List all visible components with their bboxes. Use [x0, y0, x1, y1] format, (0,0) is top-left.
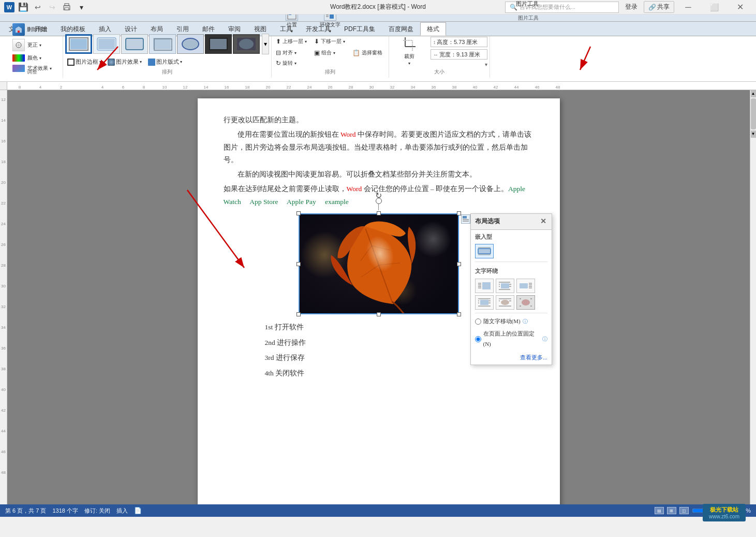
pic-style-7[interactable]	[233, 34, 260, 54]
handle-r[interactable]	[457, 262, 461, 266]
svg-point-71	[522, 299, 530, 306]
handle-br[interactable]	[457, 312, 461, 316]
select-pane-btn[interactable]: 📋 选择窗格	[350, 49, 387, 57]
wrap-opt-6[interactable]	[516, 295, 535, 310]
pic-border-icon	[67, 59, 75, 66]
align-btn[interactable]: ⊟ 对齐 ▾	[274, 49, 310, 57]
view-mode-1[interactable]: ▤	[655, 507, 664, 514]
pic-effect-btn[interactable]: 图片效果 ▾	[106, 57, 144, 66]
handle-l[interactable]	[297, 262, 301, 266]
width-icon: ↔	[433, 52, 438, 57]
height-icon: ↕	[433, 39, 436, 45]
paragraph-2: 使用在需要位置出现的新按钮在 Word 中保存时间。若要更改图片适应文档的方式，…	[224, 128, 534, 166]
art-effect-icon	[12, 65, 25, 72]
correct-btn[interactable]: 更正 ▾	[10, 38, 47, 52]
svg-rect-5	[70, 39, 87, 49]
see-more-link[interactable]: 查看更多...	[471, 351, 552, 365]
doc-icon-status: 📄	[134, 507, 142, 514]
picture-tools-band-label: 图片工具	[518, 14, 539, 22]
handle-t[interactable]	[377, 211, 381, 215]
handle-tl[interactable]	[297, 211, 301, 215]
rotate-handle-area[interactable]: ↻	[376, 198, 382, 210]
inline-opt[interactable]	[475, 244, 494, 258]
radio-fixed-pos[interactable]: 在页面上的位置固定(N) ⓘ	[471, 328, 552, 351]
crop-icon	[401, 35, 418, 52]
pic-effect-icon	[108, 59, 115, 66]
pic-layout-btn[interactable]: 图片版式 ▾	[146, 57, 184, 66]
color-icon	[12, 54, 25, 62]
crop-btn[interactable]: 裁剪 ▾	[391, 35, 427, 66]
size-expand[interactable]: ▾	[431, 62, 487, 67]
pic-style-2[interactable]	[93, 34, 120, 54]
pic-style-1[interactable]	[65, 34, 92, 54]
height-input[interactable]: ↕ 高度：5.73 厘米	[431, 37, 487, 47]
move-forward-btn[interactable]: ⬆ 上移一层 ▾	[274, 37, 310, 46]
picture-styles-group: ▾ 图片边框 ▾ 图片效果 ▾ 图片版	[63, 36, 272, 78]
text-wrap-section-label: 文字环绕	[471, 264, 552, 278]
arrange-group: 位置 ▾ 环绕文字 ▾ ⬆ 上移一层 ▾	[272, 36, 389, 78]
radio-fixed-pos-input[interactable]	[475, 336, 481, 342]
size-group: 裁剪 ▾ ↕ 高度：5.73 厘米 ↔ 宽度：9.13 厘米 ▾ 大小	[389, 36, 490, 78]
panel-close-btn[interactable]: ✕	[539, 217, 547, 226]
layout-options-btn[interactable]	[461, 214, 470, 224]
svg-rect-2	[65, 8, 69, 10]
svg-rect-54	[520, 283, 528, 288]
svg-rect-15	[210, 39, 227, 49]
svg-point-17	[239, 39, 254, 49]
radio-follow-text-input[interactable]	[475, 318, 481, 325]
rotate-btn[interactable]: ↻ 旋转 ▾	[274, 59, 310, 67]
pic-style-6[interactable]	[205, 34, 232, 54]
remove-bg-btn[interactable]: 删除背景	[10, 23, 50, 36]
wrap-opt-5[interactable]	[496, 295, 514, 310]
rotate-icon: ↻	[276, 60, 281, 67]
status-bar: 第 6 页，共 7 页 1318 个字 修订: 关闭 插入 📄 ▤ ⊞ ◫ 10…	[0, 504, 756, 517]
wrap-opt-1[interactable]	[475, 279, 494, 293]
color-btn[interactable]: 颜色 ▾	[10, 54, 47, 62]
selected-image-container[interactable]: 布局选项 ✕ 嵌入型 文字环绕	[299, 213, 459, 314]
handle-bl[interactable]	[297, 312, 301, 316]
svg-rect-42	[482, 282, 491, 289]
paragraph-1: 行更改以匹配新的主题。	[224, 114, 534, 126]
view-mode-3[interactable]: ◫	[679, 507, 689, 514]
svg-rect-35	[463, 216, 467, 219]
pic-border-btn[interactable]: 图片边框 ▾	[65, 57, 103, 66]
view-mode-2[interactable]: ⊞	[667, 507, 676, 514]
align-icon: ⊟	[276, 49, 281, 56]
handle-tr[interactable]	[457, 211, 461, 215]
move-backward-icon: ⬇	[314, 38, 319, 45]
correct-icon	[12, 39, 25, 51]
circular-arrow-icon: ↻	[375, 188, 382, 204]
page-content: 行更改以匹配新的主题。 使用在需要位置出现的新按钮在 Word 中保存时间。若要…	[224, 114, 534, 381]
radio-follow-text[interactable]: 随文字移动(M) ⓘ	[471, 315, 552, 328]
handle-b[interactable]	[377, 312, 381, 316]
group-icon: ▣	[314, 49, 320, 56]
watermark: 极光下载站 www.zt6.com	[703, 504, 746, 521]
pic-style-5[interactable]	[177, 34, 204, 54]
insert-mode: 插入	[116, 507, 128, 515]
move-backward-btn[interactable]: ⬇ 下移一层 ▾	[312, 37, 348, 46]
svg-rect-66	[501, 300, 509, 305]
wrap-opt-4[interactable]	[475, 295, 494, 310]
panel-title: 布局选项	[475, 216, 500, 227]
wrap-opt-2[interactable]	[496, 279, 514, 293]
pic-style-3[interactable]	[121, 34, 148, 54]
svg-rect-47	[501, 283, 509, 288]
inline-section-label: 嵌入型	[471, 230, 552, 243]
svg-rect-10	[153, 38, 171, 49]
select-pane-icon: 📋	[352, 49, 360, 56]
move-forward-icon: ⬆	[276, 38, 281, 45]
svg-rect-8	[126, 38, 143, 50]
word-count: 1318 个字	[52, 507, 78, 515]
track-changes: 修订: 关闭	[84, 507, 110, 515]
remove-bg-icon	[12, 23, 25, 36]
pic-style-dropdown[interactable]: ▾	[262, 34, 269, 54]
layout-panel: 布局选项 ✕ 嵌入型 文字环绕	[470, 213, 552, 365]
pic-style-4[interactable]	[149, 34, 176, 54]
paragraph-3: 在新的阅读视图中阅读更加容易。可以折叠文档某些部分并关注所需文本。	[224, 168, 534, 181]
group-btn[interactable]: ▣ 组合 ▾	[312, 49, 348, 57]
list-item-4: 4th 关闭软件	[265, 366, 534, 381]
wrap-opt-3[interactable]	[516, 279, 535, 293]
svg-rect-38	[478, 249, 491, 254]
svg-rect-59	[480, 300, 488, 305]
width-input[interactable]: ↔ 宽度：9.13 厘米	[431, 49, 487, 60]
